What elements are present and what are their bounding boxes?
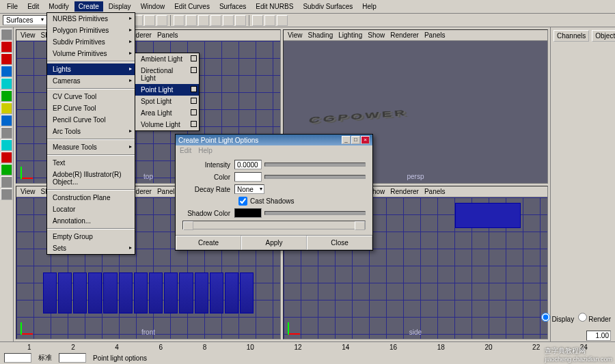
menu-item-annotation-[interactable]: Annotation...	[47, 215, 135, 227]
shadow-color-slider[interactable]	[264, 211, 366, 215]
show-manip-icon[interactable]	[1, 90, 12, 102]
vp-menu-renderer[interactable]: Renderer	[390, 31, 419, 39]
dialog-menu-edit[interactable]: Edit	[180, 147, 191, 154]
option-box-icon[interactable]	[191, 55, 197, 61]
menu-item-nurbs-primitives[interactable]: NURBS Primitives	[47, 13, 135, 25]
scale-tool-icon[interactable]	[1, 78, 12, 89]
vp-menu-lighting[interactable]: Lighting	[338, 31, 362, 39]
submenu-item-volume-light[interactable]: Volume Light	[135, 119, 199, 130]
vp-menu-panels[interactable]: Panels	[157, 31, 178, 39]
menu-item-empty-group[interactable]: Empty Group	[47, 231, 135, 242]
menu-edit curves[interactable]: Edit Curves	[170, 1, 214, 12]
menu-item-cameras[interactable]: Cameras	[47, 75, 135, 87]
menu-item-volume-primitives[interactable]: Volume Primitives	[47, 48, 135, 59]
option-box-icon[interactable]	[191, 121, 197, 127]
intensity-slider[interactable]	[264, 163, 366, 167]
menu-item-ep-curve-tool[interactable]: EP Curve Tool	[47, 102, 135, 114]
apply-button[interactable]: Apply	[241, 236, 307, 250]
menu-item-text[interactable]: Text	[47, 157, 135, 169]
menu-window[interactable]: Window	[137, 1, 169, 12]
radio-display[interactable]: Display	[541, 313, 574, 323]
menu-item-measure-tools[interactable]: Measure Tools	[47, 141, 135, 153]
menu-edit nurbs[interactable]: Edit NURBS	[251, 1, 297, 12]
menu-item-cv-curve-tool[interactable]: CV Curve Tool	[47, 91, 135, 102]
last-tool-icon[interactable]	[1, 102, 12, 114]
create-menu-dropdown: NURBS PrimitivesPolygon PrimitivesSubdiv…	[46, 12, 135, 255]
viewport-label: persp	[407, 173, 424, 180]
menu-display[interactable]: Display	[105, 1, 135, 12]
submenu-item-directional-light[interactable]: Directional Light	[135, 65, 199, 84]
tab-channels[interactable]: Channels	[554, 30, 589, 42]
intensity-label: Intensity	[182, 161, 234, 169]
menu-help[interactable]: Help	[358, 1, 381, 12]
maximize-button[interactable]: □	[351, 136, 360, 144]
option-box-icon[interactable]	[191, 86, 197, 92]
submenu-item-ambient-light[interactable]: Ambient Light	[135, 53, 199, 65]
select-tool-icon[interactable]	[1, 29, 12, 40]
wireframe-geometry	[43, 272, 254, 313]
decay-rate-combo[interactable]: None	[234, 184, 264, 194]
lights-submenu: Ambient LightDirectional LightPoint Ligh…	[135, 53, 200, 131]
vp-menu-view[interactable]: View	[20, 31, 36, 39]
menu-item-locator[interactable]: Locator	[47, 204, 135, 215]
vp-menu-view[interactable]: View	[288, 31, 303, 39]
shelf-selector[interactable]: Surfaces	[3, 15, 47, 25]
option-box-icon[interactable]	[191, 109, 197, 115]
option-box-icon[interactable]	[191, 98, 197, 104]
submenu-item-spot-light[interactable]: Spot Light	[135, 96, 199, 107]
four-pane-icon[interactable]	[1, 188, 12, 200]
menu-item-polygon-primitives[interactable]: Polygon Primitives	[47, 25, 135, 36]
channel-box: Channels Object Display Render	[550, 27, 615, 341]
menu-file[interactable]: File	[3, 1, 22, 12]
option-box-icon[interactable]	[191, 67, 197, 73]
cast-shadows-label: Cast Shadows	[250, 197, 294, 205]
end-frame-field[interactable]: 1.00	[586, 331, 611, 341]
menu-create[interactable]: Create	[74, 1, 103, 12]
move-tool-icon[interactable]	[1, 53, 12, 65]
menu-item-subdiv-primitives[interactable]: Subdiv Primitives	[47, 36, 135, 48]
menu-item-arc-tools[interactable]: Arc Tools	[47, 126, 135, 137]
menu-subdiv surfaces[interactable]: Subdiv Surfaces	[299, 1, 357, 12]
vp-menu-shading[interactable]: Shading	[308, 31, 333, 39]
menu-item-pencil-curve-tool[interactable]: Pencil Curve Tool	[47, 114, 135, 126]
intensity-field[interactable]: 0.0000	[234, 160, 262, 169]
submenu-item-area-light[interactable]: Area Light	[135, 107, 199, 119]
vp-menu-show[interactable]: Show	[368, 31, 385, 39]
close-button[interactable]: ×	[361, 136, 370, 144]
time-slider-area: 124681012141618202224 标准 Point light opt…	[0, 341, 615, 362]
minimize-button[interactable]: _	[342, 136, 351, 144]
time-slider[interactable]: 124681012141618202224	[0, 342, 615, 352]
single-pane-icon[interactable]	[1, 176, 12, 188]
menu-item-adobe-r-illustrator-r-object-[interactable]: Adobe(R) Illustrator(R) Object...	[47, 169, 135, 188]
axis-gizmo-icon	[20, 163, 37, 179]
dialog-title-bar[interactable]: Create Point Light Options _ □ ×	[176, 135, 372, 145]
axis-gizmo-icon	[288, 318, 304, 335]
menu-surfaces[interactable]: Surfaces	[215, 1, 250, 12]
menu-item-construction-plane[interactable]: Construction Plane	[47, 192, 135, 204]
menu-item-lights[interactable]: Lights	[47, 64, 135, 75]
submenu-item-point-light[interactable]: Point Light	[135, 84, 199, 96]
color-slider[interactable]	[264, 175, 366, 179]
menu-edit[interactable]: Edit	[23, 1, 43, 12]
close-dialog-button[interactable]: Close	[307, 236, 372, 250]
lasso-tool-icon[interactable]	[1, 41, 12, 53]
dialog-title: Create Point Light Options	[178, 137, 258, 144]
vp-menu-panels[interactable]: Panels	[424, 31, 446, 39]
dialog-menu-help[interactable]: Help	[198, 147, 213, 154]
menu-modify[interactable]: Modify	[44, 1, 72, 12]
radio-render[interactable]: Render	[578, 313, 611, 323]
dialog-scrollbar[interactable]	[182, 221, 366, 229]
watermark: 查字典教程网 jiaocheng.chazidian.com	[545, 346, 612, 363]
color-swatch[interactable]	[234, 172, 262, 182]
cast-shadows-checkbox[interactable]	[238, 197, 247, 206]
tab-object[interactable]: Object	[592, 30, 615, 42]
color-label: Color	[182, 173, 234, 181]
vp-menu-panels[interactable]: Panels	[424, 188, 446, 195]
shadow-color-swatch[interactable]	[234, 208, 262, 218]
vp-menu-view[interactable]: View	[20, 188, 36, 195]
viewport-menu[interactable]: ViewShadingLightingShowRendererPanels	[284, 30, 547, 41]
menu-item-sets[interactable]: Sets	[47, 242, 135, 254]
create-button[interactable]: Create	[176, 236, 241, 250]
rotate-tool-icon[interactable]	[1, 66, 12, 77]
vp-menu-renderer[interactable]: Renderer	[390, 188, 419, 195]
